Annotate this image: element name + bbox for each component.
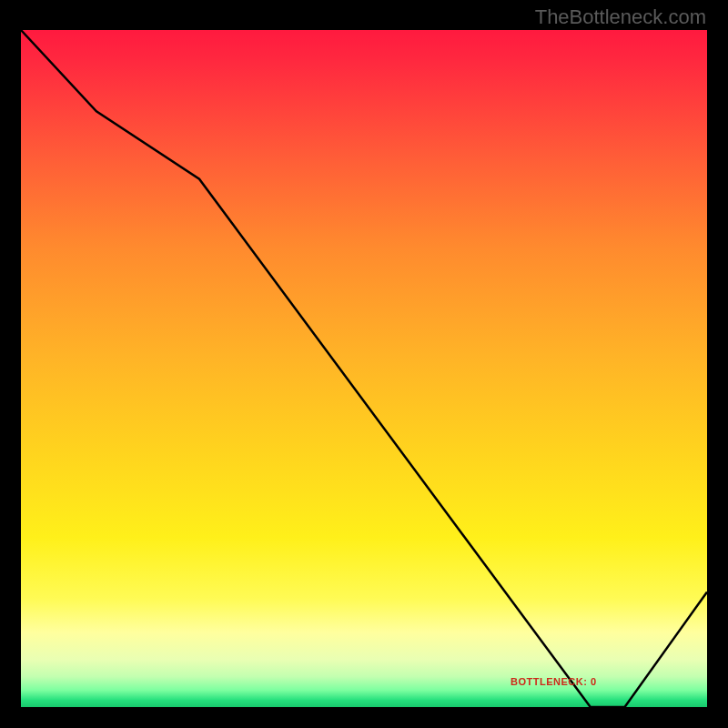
gradient-background	[21, 30, 707, 707]
bottleneck-chart	[21, 30, 707, 707]
chart-plot-area: BOTTLENECK: 0	[21, 30, 707, 707]
bottleneck-value-label: BOTTLENECK: 0	[511, 676, 597, 687]
chart-frame: BOTTLENECK: 0	[18, 27, 710, 710]
watermark-text: TheBottleneck.com	[535, 5, 706, 29]
